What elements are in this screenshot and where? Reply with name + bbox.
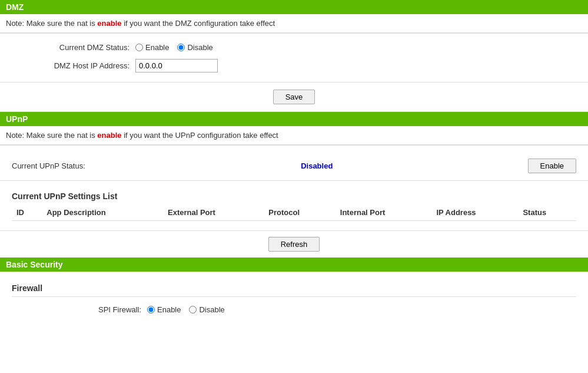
upnp-status-label: Current UPnP Status: bbox=[12, 161, 106, 170]
spi-enable-text: Enable bbox=[157, 305, 181, 314]
dmz-status-row: Current DMZ Status: Enable Disable bbox=[0, 39, 588, 55]
dmz-header: DMZ bbox=[0, 0, 588, 14]
upnp-note: Note: Make sure the nat is enable if you… bbox=[0, 126, 588, 145]
basic-security-section: Basic Security Firewall SPI Firewall: En… bbox=[0, 258, 588, 324]
dmz-host-ip-label: DMZ Host IP Address: bbox=[12, 61, 129, 70]
dmz-button-row: Save bbox=[0, 82, 588, 112]
dmz-enable-text: Enable bbox=[145, 43, 169, 52]
col-header-internal-port: Internal Port bbox=[335, 204, 432, 221]
dmz-disable-label[interactable]: Disable bbox=[177, 43, 212, 52]
firewall-title: Firewall bbox=[12, 278, 576, 296]
spi-firewall-row: SPI Firewall: Enable Disable bbox=[12, 302, 576, 318]
upnp-header: UPnP bbox=[0, 112, 588, 126]
table-header-row: ID App Description External Port Protoco… bbox=[12, 204, 576, 221]
spi-disable-label[interactable]: Disable bbox=[189, 305, 224, 314]
dmz-note-suffix: if you want the DMZ configuration take e… bbox=[122, 19, 275, 28]
spi-disable-text: Disable bbox=[199, 305, 224, 314]
upnp-settings-list-section: Current UPnP Settings List ID App Descri… bbox=[0, 181, 588, 230]
col-header-ip-address: IP Address bbox=[431, 204, 518, 221]
upnp-status-value: Disabled bbox=[106, 161, 528, 170]
dmz-enable-label[interactable]: Enable bbox=[135, 43, 169, 52]
dmz-enable-radio[interactable] bbox=[135, 44, 143, 51]
dmz-disable-text: Disable bbox=[187, 43, 212, 52]
dmz-status-controls: Enable Disable bbox=[135, 43, 213, 52]
col-header-app-description: App Description bbox=[42, 204, 163, 221]
upnp-note-prefix: Note: Make sure the nat is bbox=[6, 131, 97, 140]
upnp-settings-list-title: Current UPnP Settings List bbox=[12, 187, 576, 204]
dmz-disable-radio[interactable] bbox=[177, 44, 185, 51]
dmz-section: DMZ Note: Make sure the nat is enable if… bbox=[0, 0, 588, 112]
upnp-refresh-row: Refresh bbox=[0, 230, 588, 258]
spi-disable-radio[interactable] bbox=[189, 306, 197, 313]
upnp-note-enable: enable bbox=[97, 131, 121, 140]
upnp-note-suffix: if you want the UPnP configuration take … bbox=[122, 131, 278, 140]
upnp-refresh-button[interactable]: Refresh bbox=[268, 237, 320, 252]
dmz-note-prefix: Note: Make sure the nat is bbox=[6, 19, 97, 28]
upnp-enable-button[interactable]: Enable bbox=[528, 159, 576, 173]
upnp-section: UPnP Note: Make sure the nat is enable i… bbox=[0, 112, 588, 258]
dmz-note: Note: Make sure the nat is enable if you… bbox=[0, 14, 588, 33]
dmz-save-button[interactable]: Save bbox=[273, 90, 315, 104]
col-header-protocol: Protocol bbox=[264, 204, 335, 221]
spi-enable-radio[interactable] bbox=[147, 306, 155, 313]
spi-enable-label[interactable]: Enable bbox=[147, 305, 181, 314]
dmz-status-label: Current DMZ Status: bbox=[12, 43, 129, 52]
basic-security-content: Firewall SPI Firewall: Enable Disable bbox=[0, 272, 588, 324]
dmz-host-ip-control bbox=[135, 59, 218, 72]
col-header-external-port: External Port bbox=[163, 204, 264, 221]
dmz-host-ip-input[interactable] bbox=[135, 59, 218, 72]
col-header-id: ID bbox=[12, 204, 42, 221]
spi-firewall-controls: Enable Disable bbox=[147, 305, 225, 314]
spi-firewall-label: SPI Firewall: bbox=[24, 305, 141, 314]
basic-security-header: Basic Security bbox=[0, 258, 588, 272]
upnp-status-row: Current UPnP Status: Disabled Enable bbox=[0, 151, 588, 181]
col-header-status: Status bbox=[518, 204, 576, 221]
dmz-note-enable: enable bbox=[97, 19, 121, 28]
dmz-host-ip-row: DMZ Host IP Address: bbox=[0, 55, 588, 76]
upnp-settings-table: ID App Description External Port Protoco… bbox=[12, 204, 576, 221]
